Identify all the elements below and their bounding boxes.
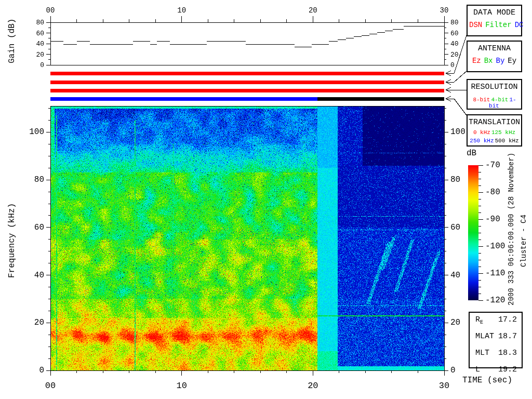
param-row-mlt: MLT 18.3: [470, 347, 522, 363]
param-value-l: 19.2: [498, 363, 517, 379]
data-mode-bar: [50, 72, 444, 75]
top-axis-tick-label: 00: [46, 6, 55, 15]
translation-item-0khz: 0 kHz: [473, 129, 490, 136]
gain-ytick-label-right: 60: [450, 29, 459, 37]
resolution-item-4bit: 4-bit: [491, 97, 508, 103]
gain-ytick-label-right: 40: [450, 40, 459, 48]
gain-ytick-label-left: 80: [36, 19, 44, 26]
spectrogram-canvas: [50, 106, 444, 370]
colorbar-tick-label: -120: [485, 296, 505, 305]
freq-ytick-label-right: 60: [450, 223, 460, 232]
antenna-bar: [50, 81, 444, 84]
colorbar-tick-label: -110: [485, 269, 505, 278]
param-row-l: L 19.2: [470, 363, 522, 379]
colorbar-tick-label: -70: [485, 161, 500, 170]
gain-ytick-label-left: 0: [40, 61, 44, 69]
antenna-item-ez: Ez: [472, 57, 481, 65]
translation-item-500khz: 500 kHz: [495, 138, 519, 144]
colorbar-tick-label: -100: [485, 242, 505, 251]
param-row-re: RE 17.2: [470, 313, 522, 329]
colorbar-unit-label: dB: [467, 149, 476, 158]
connector-arrowhead: [446, 79, 451, 85]
colorbar-tick-label: -80: [485, 188, 500, 197]
freq-ytick-label-right: 20: [450, 318, 460, 327]
antenna-item-ey: Ey: [508, 57, 516, 65]
translation-item-125khz: 125 kHz: [491, 129, 515, 136]
param-value-mlt: 18.3: [498, 347, 517, 363]
data-mode-item-dsn: DSN: [469, 21, 482, 29]
param-label-re: RE: [475, 313, 483, 329]
translation-item-250khz: 250 kHz: [470, 138, 494, 144]
antenna-item-by: By: [496, 57, 505, 65]
bar-box-connector: [446, 71, 467, 82]
top-axis-tick-label: 10: [177, 6, 186, 15]
bottom-axis-tick-label: 00: [45, 381, 56, 391]
resolution-box: RESOLUTION 8-bit4-bit1-bit: [467, 79, 522, 110]
orbit-params-box: RE 17.2 MLAT 18.7 MLT 18.3 L 19.2: [469, 312, 523, 368]
param-label-l: L: [475, 363, 480, 379]
freq-ytick-label-right: 40: [450, 271, 460, 280]
antenna-title: ANTENNA: [468, 44, 521, 53]
freq-ytick-label-right: 100: [450, 127, 466, 137]
colorbar: [468, 165, 478, 300]
plot-frame: [50, 22, 444, 65]
gain-axis-label: Gain (dB): [7, 19, 17, 63]
colorbar-tick-label: -90: [485, 215, 500, 224]
freq-ytick-label-right: 80: [450, 175, 460, 184]
freq-ytick-label-left: 40: [34, 271, 44, 280]
translation-bar: [50, 97, 317, 101]
freq-ytick-label-left: 80: [34, 175, 44, 184]
data-mode-box: DATA MODE DSNFilterDC: [467, 5, 522, 36]
resolution-item-8bit: 8-bit: [473, 97, 490, 103]
wbd-spectrogram-page: 0010203000202040406060808000202040406060…: [0, 0, 532, 399]
spacecraft-annotation: Cluster - C4: [520, 215, 528, 267]
connector-arrowhead: [446, 96, 451, 101]
gain-ytick-label-left: 20: [36, 50, 44, 58]
data-mode-title: DATA MODE: [468, 8, 521, 17]
datetime-annotation: 2000 333 06:06:00.000 (28 November): [507, 153, 515, 305]
gain-ytick-label-left: 40: [36, 40, 44, 48]
resolution-bar: [50, 89, 444, 92]
bar-box-connector: [446, 99, 467, 115]
freq-ytick-label-left: 100: [29, 127, 44, 137]
data-mode-item-dc: DC: [515, 21, 524, 29]
bottom-axis-tick-label: 10: [176, 381, 187, 391]
connector-arrowhead: [446, 87, 451, 92]
antenna-item-bx: Bx: [484, 57, 493, 65]
frequency-axis-label: Frequency (kHz): [7, 203, 17, 278]
data-mode-item-filter: Filter: [485, 21, 511, 29]
bottom-axis-tick-label: 20: [308, 381, 318, 391]
gain-ytick-label-right: 20: [450, 50, 459, 58]
top-axis-tick-label: 20: [309, 6, 317, 15]
translation-title: TRANSLATION: [468, 118, 521, 127]
translation-box: TRANSLATION 0 kHz125 kHz 250 kHz500 kHz: [467, 114, 522, 147]
translation-bar: [317, 97, 444, 101]
param-label-mlt: MLT: [475, 347, 489, 363]
param-value-re: 17.2: [498, 313, 517, 329]
param-row-mlat: MLAT 18.7: [470, 330, 522, 346]
gain-ytick-label-left: 60: [36, 29, 44, 37]
bottom-axis-tick-label: 30: [439, 381, 449, 391]
gain-ytick-label-right: 0: [450, 61, 455, 69]
freq-ytick-label-left: 60: [34, 223, 44, 232]
connector-arrowhead: [446, 71, 451, 76]
antenna-box: ANTENNA EzBxByEy: [467, 41, 522, 72]
gain-trace: [50, 26, 444, 47]
freq-ytick-label-left: 20: [34, 318, 44, 327]
param-value-mlat: 18.7: [498, 330, 517, 346]
gain-ytick-label-right: 80: [450, 19, 459, 26]
resolution-title: RESOLUTION: [468, 83, 521, 91]
freq-ytick-label-right: 0: [450, 366, 456, 375]
freq-ytick-label-left: 0: [39, 366, 44, 375]
top-axis-tick-label: 30: [440, 6, 449, 15]
param-label-mlat: MLAT: [475, 330, 494, 346]
